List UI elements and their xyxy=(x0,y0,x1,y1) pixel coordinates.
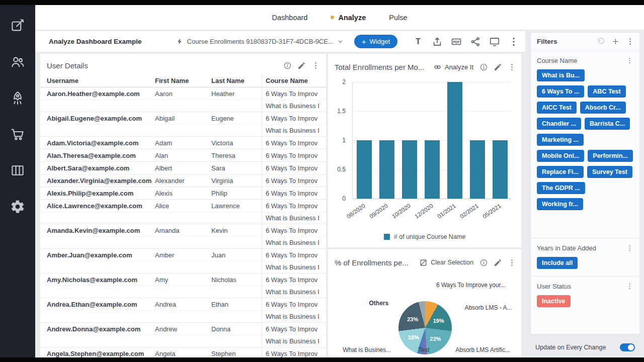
filter-chip[interactable]: Working fr... xyxy=(537,198,583,210)
analyze-it-button[interactable]: Analyze It xyxy=(433,63,473,71)
clear-selection-button[interactable]: Clear Selection xyxy=(419,258,473,267)
undo-icon[interactable] xyxy=(597,37,605,46)
table-row[interactable]: Alice.Lawrence@example.comAliceLawrence6… xyxy=(40,200,326,224)
bar[interactable] xyxy=(447,82,462,199)
table-row[interactable]: Alexis.Philip@example.comAlexisPhilip6 W… xyxy=(40,187,326,200)
table-row[interactable]: Alan.Theresa@example.comAlanTheresa6 Way… xyxy=(40,149,326,162)
pie-percent-label: 23% xyxy=(407,316,418,322)
filter-chip[interactable]: Performin... xyxy=(588,150,632,162)
display-icon[interactable] xyxy=(489,36,500,47)
table-row-line: What is Business I xyxy=(40,286,326,298)
table-row[interactable]: Andrew.Donna@example.comAndrewDonna6 Way… xyxy=(40,323,326,347)
user-table-header: UsernameFirst NameLast NameCourse Name xyxy=(40,74,326,87)
filter-chip[interactable]: The GDPR ... xyxy=(537,182,585,194)
edit-icon[interactable] xyxy=(297,61,306,70)
filter-chip[interactable]: What is Bu... xyxy=(537,69,585,81)
bar[interactable] xyxy=(470,140,485,199)
sidebar-people-icon[interactable] xyxy=(10,54,25,69)
more-options-icon[interactable] xyxy=(508,63,516,71)
filter-chip[interactable]: Absorb Cr... xyxy=(580,102,626,114)
svg-text:T: T xyxy=(416,37,421,45)
table-row[interactable]: Andrea.Ethan@example.comAndreaEthan6 Way… xyxy=(40,298,326,323)
column-header[interactable]: Course Name xyxy=(266,77,326,84)
more-options-icon[interactable] xyxy=(311,61,320,70)
column-header[interactable]: Username xyxy=(47,77,155,84)
bar[interactable] xyxy=(493,140,508,199)
first-name-cell: Amanda xyxy=(155,227,211,234)
bar[interactable] xyxy=(379,140,394,199)
update-on-change-label: Update on Every Change xyxy=(535,344,606,351)
kebab-icon[interactable] xyxy=(508,36,519,47)
sidebar-rocket-icon[interactable] xyxy=(10,90,25,106)
filter-section-menu-icon[interactable] xyxy=(626,57,633,64)
column-header[interactable]: Last Name xyxy=(211,77,266,84)
sidebar-cart-icon[interactable] xyxy=(10,127,25,142)
table-row-line: Adam.Victoria@example.comAdamVictoria6 W… xyxy=(40,137,326,149)
filter-chip[interactable]: Marketing ... xyxy=(537,134,584,146)
info-icon[interactable] xyxy=(283,61,292,70)
datasource-selector[interactable]: Course Enrollments 9180837D-31F7-4DCB-9C… xyxy=(176,38,344,45)
table-row[interactable]: Alexander.Virginia@example.comAlexanderV… xyxy=(40,174,326,187)
table-row[interactable]: Abigail.Eugene@example.comAbigailEugene6… xyxy=(40,112,326,137)
y-tick-label: 0 xyxy=(342,195,346,202)
edit-icon[interactable] xyxy=(494,63,502,71)
table-row[interactable]: Adam.Victoria@example.comAdamVictoria6 W… xyxy=(40,137,326,149)
filter-chip[interactable]: Mobile Onl... xyxy=(537,150,584,162)
filter-chip[interactable]: Barrista C... xyxy=(585,118,630,130)
filter-chip[interactable]: 6 Ways To ... xyxy=(537,85,584,98)
legend-label: # of unique Course Name xyxy=(394,233,465,240)
y-tick-label: 0.5 xyxy=(337,166,346,173)
table-row[interactable]: Aaron.Heather@example.comAaronHeather6 W… xyxy=(40,87,326,112)
sidebar-compose-icon[interactable] xyxy=(10,18,25,33)
add-filter-icon[interactable] xyxy=(611,37,620,46)
username-cell: Alexis.Philip@example.com xyxy=(47,190,155,197)
tab-dashboard[interactable]: Dashboard xyxy=(272,14,307,22)
filter-chip[interactable]: Inactive xyxy=(537,295,571,307)
more-options-icon[interactable] xyxy=(626,37,634,46)
username-cell: Abigail.Eugene@example.com xyxy=(47,115,155,122)
pie-slice-label: Absorb LMS Artific... xyxy=(455,346,510,353)
add-widget-button[interactable]: + Widget xyxy=(354,35,397,48)
info-icon[interactable] xyxy=(479,258,488,267)
table-row[interactable]: Albert.Sara@example.comAlbertSara6 Ways … xyxy=(40,162,326,174)
text-tool-icon[interactable]: T xyxy=(413,36,424,47)
y-tick-label: 1 xyxy=(342,137,346,144)
table-row[interactable]: Amber.Juan@example.comAmberJuan6 Ways To… xyxy=(40,249,326,274)
bar[interactable] xyxy=(425,140,440,199)
share-icon[interactable] xyxy=(470,36,481,47)
table-row-line: What is Business I xyxy=(40,100,326,112)
column-header[interactable]: First Name xyxy=(155,77,211,84)
username-cell: Andrea.Ethan@example.com xyxy=(47,301,155,308)
filter-chip[interactable]: Chandler ... xyxy=(537,118,581,130)
filter-section-menu-icon[interactable] xyxy=(626,283,633,290)
table-row[interactable]: Amanda.Kevin@example.comAmandaKevin6 Way… xyxy=(40,224,326,249)
sidebar-settings-icon[interactable] xyxy=(10,199,25,214)
info-icon[interactable] xyxy=(479,63,488,71)
update-on-change-toggle[interactable] xyxy=(620,343,635,351)
clear-selection-label: Clear Selection xyxy=(431,259,473,266)
sidebar-columns-icon[interactable] xyxy=(10,163,25,178)
bar[interactable] xyxy=(402,140,417,199)
filter-chip[interactable]: Replace Fi... xyxy=(537,166,584,178)
tab-analyze[interactable]: Analyze xyxy=(331,14,366,22)
export-image-icon[interactable] xyxy=(432,36,443,47)
filter-chip[interactable]: Include all xyxy=(537,257,578,269)
filter-chip[interactable]: ABC Test xyxy=(588,85,625,98)
filter-section-menu-icon[interactable] xyxy=(626,244,633,252)
course-name-cell: 6 Ways To Improv xyxy=(266,325,326,333)
filter-chip[interactable]: Survey Test xyxy=(587,166,632,178)
chevron-down-icon xyxy=(337,38,344,45)
table-row[interactable]: Amy.Nicholas@example.comAmyNicholas6 Way… xyxy=(40,274,326,298)
more-options-icon[interactable] xyxy=(508,258,516,267)
filters-panel: Filters Course NameWhat is Bu...6 Ways T… xyxy=(530,32,640,334)
table-row[interactable]: Angela.Stephen@example.comAngelaStephen6… xyxy=(40,347,326,357)
filter-section: Years in Date AddedInclude all xyxy=(531,238,639,276)
pdf-export-icon[interactable]: PDF xyxy=(451,36,462,47)
first-name-cell: Andrea xyxy=(155,301,211,308)
filter-chip[interactable]: AICC Test xyxy=(537,102,577,114)
table-row-line: Amber.Juan@example.comAmberJuan6 Ways To… xyxy=(40,249,326,261)
bar[interactable] xyxy=(357,140,372,199)
course-name-cell: What is Business I xyxy=(266,313,326,320)
tab-pulse[interactable]: Pulse xyxy=(389,14,407,22)
edit-icon[interactable] xyxy=(494,258,502,267)
